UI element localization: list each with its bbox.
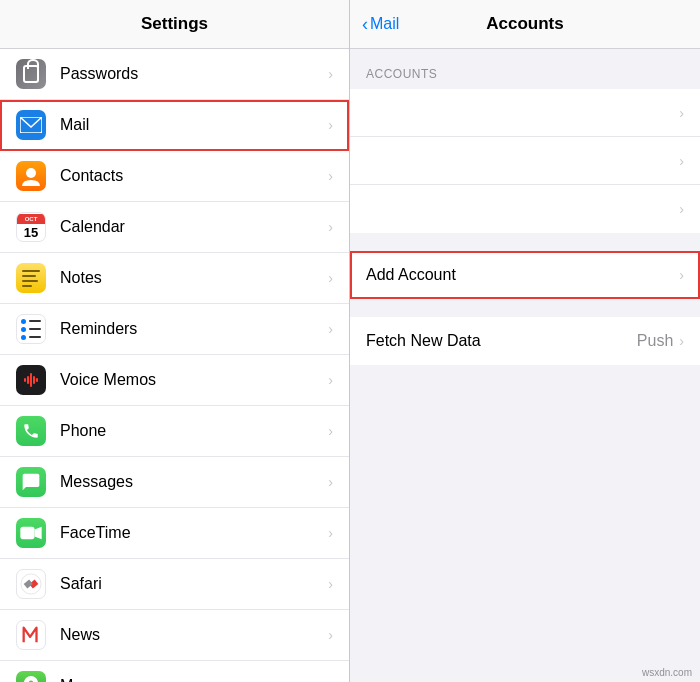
- watermark: wsxdn.com: [642, 667, 692, 678]
- calendar-month: OCT: [17, 214, 45, 224]
- account-item-2[interactable]: ›: [350, 137, 700, 185]
- contacts-chevron: ›: [328, 168, 333, 184]
- contacts-person-svg: [22, 166, 40, 186]
- account-1-chevron: ›: [679, 105, 684, 121]
- news-chevron: ›: [328, 627, 333, 643]
- notes-lines-shape: [19, 266, 43, 291]
- contacts-icon: [16, 161, 46, 191]
- notes-icon: [16, 263, 46, 293]
- settings-item-maps[interactable]: Maps ›: [0, 661, 349, 682]
- right-panel-header: ‹ Mail Accounts: [350, 0, 700, 49]
- account-3-chevron: ›: [679, 201, 684, 217]
- settings-item-voicememos[interactable]: Voice Memos ›: [0, 355, 349, 406]
- messages-bubble-svg: [21, 472, 41, 492]
- reminders-dots-shape: [18, 316, 44, 343]
- left-panel-header: Settings: [0, 0, 349, 49]
- maps-icon: [16, 671, 46, 682]
- phone-label: Phone: [60, 422, 328, 440]
- back-chevron-icon: ‹: [362, 14, 368, 35]
- add-account-chevron: ›: [679, 267, 684, 283]
- notes-chevron: ›: [328, 270, 333, 286]
- settings-item-reminders[interactable]: Reminders ›: [0, 304, 349, 355]
- settings-list: Passwords › Mail › Contacts ›: [0, 49, 349, 682]
- calendar-label: Calendar: [60, 218, 328, 236]
- right-content: ACCOUNTS › › › Add Account › Fetch: [350, 49, 700, 366]
- mail-envelope-svg: [20, 117, 42, 133]
- right-empty-area: wsxdn.com: [350, 366, 700, 683]
- svg-marker-3: [35, 527, 42, 539]
- reminders-chevron: ›: [328, 321, 333, 337]
- fetch-value: Push: [637, 332, 673, 350]
- mail-chevron: ›: [328, 117, 333, 133]
- account-2-chevron: ›: [679, 153, 684, 169]
- voicememos-icon: [16, 365, 46, 395]
- safari-label: Safari: [60, 575, 328, 593]
- mail-icon: [16, 110, 46, 140]
- reminders-label: Reminders: [60, 320, 328, 338]
- settings-item-contacts[interactable]: Contacts ›: [0, 151, 349, 202]
- mail-label: Mail: [60, 116, 328, 134]
- contacts-label: Contacts: [60, 167, 328, 185]
- passwords-icon: [16, 59, 46, 89]
- messages-label: Messages: [60, 473, 328, 491]
- settings-item-calendar[interactable]: OCT 15 Calendar ›: [0, 202, 349, 253]
- messages-chevron: ›: [328, 474, 333, 490]
- svg-rect-2: [20, 527, 34, 539]
- settings-item-facetime[interactable]: FaceTime ›: [0, 508, 349, 559]
- safari-chevron: ›: [328, 576, 333, 592]
- facetime-label: FaceTime: [60, 524, 328, 542]
- maps-pin-svg: [19, 674, 43, 682]
- left-panel-title: Settings: [141, 14, 208, 33]
- calendar-chevron: ›: [328, 219, 333, 235]
- add-account-group: Add Account ›: [350, 251, 700, 299]
- reminders-icon: [16, 314, 46, 344]
- right-panel-title: Accounts: [366, 14, 684, 34]
- accounts-group: › › ›: [350, 89, 700, 233]
- settings-item-news[interactable]: News ›: [0, 610, 349, 661]
- safari-icon: [16, 569, 46, 599]
- phone-handset-svg: [22, 422, 40, 440]
- maps-label: Maps: [60, 677, 328, 682]
- settings-item-passwords[interactable]: Passwords ›: [0, 49, 349, 100]
- news-label: News: [60, 626, 328, 644]
- safari-compass-svg: [20, 573, 42, 595]
- account-item-3[interactable]: ›: [350, 185, 700, 233]
- facetime-chevron: ›: [328, 525, 333, 541]
- settings-item-messages[interactable]: Messages ›: [0, 457, 349, 508]
- fetch-group: Fetch New Data Push ›: [350, 317, 700, 365]
- passwords-label: Passwords: [60, 65, 328, 83]
- phone-chevron: ›: [328, 423, 333, 439]
- svg-point-1: [26, 168, 36, 178]
- notes-label: Notes: [60, 269, 328, 287]
- add-account-item[interactable]: Add Account ›: [350, 251, 700, 299]
- messages-icon: [16, 467, 46, 497]
- news-n-svg: [20, 624, 42, 646]
- settings-item-phone[interactable]: Phone ›: [0, 406, 349, 457]
- settings-item-safari[interactable]: Safari ›: [0, 559, 349, 610]
- news-icon: [16, 620, 46, 650]
- passwords-chevron: ›: [328, 66, 333, 82]
- accounts-section-label: ACCOUNTS: [350, 49, 700, 89]
- fetch-label: Fetch New Data: [366, 332, 637, 350]
- maps-chevron: ›: [328, 678, 333, 682]
- lock-shape: [23, 65, 39, 83]
- add-account-label: Add Account: [366, 266, 679, 284]
- right-panel: ‹ Mail Accounts ACCOUNTS › › › Add Accou…: [350, 0, 700, 682]
- calendar-day: 15: [24, 224, 38, 241]
- fetch-new-data-item[interactable]: Fetch New Data Push ›: [350, 317, 700, 365]
- settings-item-mail[interactable]: Mail ›: [0, 100, 349, 151]
- fetch-chevron: ›: [679, 333, 684, 349]
- voicememos-chevron: ›: [328, 372, 333, 388]
- voicememos-label: Voice Memos: [60, 371, 328, 389]
- svg-marker-6: [24, 579, 33, 588]
- left-panel: Settings Passwords › Mail ›: [0, 0, 350, 682]
- back-button[interactable]: ‹ Mail: [362, 14, 399, 35]
- settings-item-notes[interactable]: Notes ›: [0, 253, 349, 304]
- facetime-icon: [16, 518, 46, 548]
- back-label: Mail: [370, 15, 399, 33]
- calendar-icon: OCT 15: [16, 212, 46, 242]
- account-item-1[interactable]: ›: [350, 89, 700, 137]
- phone-icon: [16, 416, 46, 446]
- voice-wave-shape: [24, 373, 38, 387]
- facetime-camera-svg: [20, 525, 42, 541]
